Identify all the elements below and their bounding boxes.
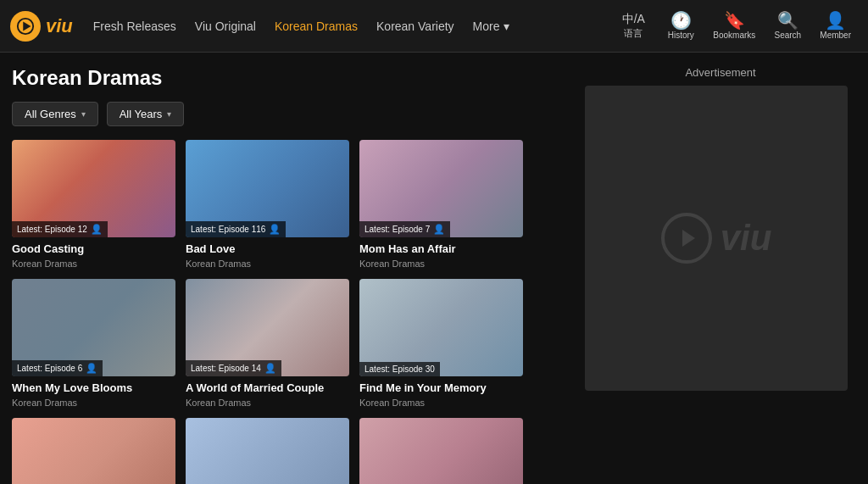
card-badge-when-my-love-blooms: Latest: Episode 6👤 xyxy=(12,360,103,376)
header: viu Fresh Releases Viu Original Korean D… xyxy=(0,0,868,53)
history-button[interactable]: 🕐 History xyxy=(659,8,703,43)
card-sub-good-casting: Korean Dramas xyxy=(12,259,175,269)
card-thumb-fix-you: Latest: Episode 4👤 xyxy=(12,418,175,484)
card-badge-world-of-married-couple: Latest: Episode 14👤 xyxy=(186,360,281,376)
ad-logo-text: viu xyxy=(721,218,772,259)
card-sub-bad-love: Korean Dramas xyxy=(186,259,349,269)
bookmarks-button[interactable]: 🔖 Bookmarks xyxy=(706,8,762,43)
member-button[interactable]: 👤 Member xyxy=(813,8,858,43)
language-icon: 中/A语言 xyxy=(622,13,645,39)
genre-chevron-icon: ▾ xyxy=(81,109,86,119)
card-fix-you[interactable]: Latest: Episode 4👤Fix YouKorean Dramas xyxy=(12,418,175,484)
ad-sidebar: Advertisement viu xyxy=(585,66,856,484)
logo-icon xyxy=(10,11,41,42)
card-badge-bad-love: Latest: Episode 116👤 xyxy=(186,221,286,237)
nav-korean-variety[interactable]: Korean Variety xyxy=(376,19,454,33)
header-icons: 中/A语言 🕐 History 🔖 Bookmarks 🔍 Search 👤 M… xyxy=(611,8,858,43)
card-sub-when-my-love-blooms: Korean Dramas xyxy=(12,398,175,408)
ad-label: Advertisement xyxy=(585,66,856,79)
logo-text: viu xyxy=(46,15,73,37)
nav-viu-original[interactable]: Viu Original xyxy=(195,19,256,33)
chevron-down-icon: ▾ xyxy=(504,19,509,33)
main-content: Korean Dramas All Genres ▾ All Years ▾ L… xyxy=(0,53,868,484)
card-title-when-my-love-blooms: When My Love Blooms xyxy=(12,381,175,396)
member-label: Member xyxy=(820,31,851,40)
bookmarks-label: Bookmarks xyxy=(713,31,755,40)
card-world-of-married-couple[interactable]: Latest: Episode 14👤A World of Married Co… xyxy=(186,279,349,408)
card-thumb-bad-love: Latest: Episode 116👤 xyxy=(186,140,349,237)
card-find-me-in-your-memory[interactable]: Latest: Episode 30Find Me in Your Memory… xyxy=(359,279,523,408)
page-title: Korean Dramas xyxy=(12,66,571,90)
card-title-world-of-married-couple: A World of Married Couple xyxy=(186,381,349,396)
nav-fresh-releases[interactable]: Fresh Releases xyxy=(93,19,176,33)
user-icon-mom-has-an-affair: 👤 xyxy=(433,224,445,235)
card-sub-mom-has-an-affair: Korean Dramas xyxy=(359,259,523,269)
card-mom-has-an-affair[interactable]: Latest: Episode 7👤Mom Has an AffairKorea… xyxy=(359,140,523,269)
card-thumb-world-of-married-couple: Latest: Episode 14👤 xyxy=(186,279,349,376)
card-memorist[interactable]: 16 Episode(s)👤MemoristKorean Dramas xyxy=(359,418,523,484)
ad-box: viu xyxy=(585,86,848,391)
card-badge-good-casting: Latest: Episode 12👤 xyxy=(12,221,108,237)
card-title-bad-love: Bad Love xyxy=(186,242,349,257)
bookmark-icon: 🔖 xyxy=(724,12,745,29)
card-title-good-casting: Good Casting xyxy=(12,242,175,257)
logo[interactable]: viu xyxy=(10,11,73,42)
card-title-mom-has-an-affair: Mom Has an Affair xyxy=(359,242,523,257)
card-good-casting[interactable]: Latest: Episode 12👤Good CastingKorean Dr… xyxy=(12,140,175,269)
nav-korean-dramas[interactable]: Korean Dramas xyxy=(275,19,358,33)
svg-marker-0 xyxy=(23,21,31,31)
card-title-find-me-in-your-memory: Find Me in Your Memory xyxy=(359,381,523,396)
card-thumb-when-my-love-blooms: Latest: Episode 6👤 xyxy=(12,279,175,376)
user-icon-good-casting: 👤 xyxy=(91,224,103,235)
card-thumb-mom-has-an-affair: Latest: Episode 7👤 xyxy=(359,140,523,237)
search-icon: 🔍 xyxy=(777,12,798,29)
language-button[interactable]: 中/A语言 xyxy=(611,9,655,42)
user-icon-when-my-love-blooms: 👤 xyxy=(86,363,97,374)
ad-viu-logo: viu xyxy=(661,213,772,264)
user-icon-world-of-married-couple: 👤 xyxy=(264,363,276,374)
search-label: Search xyxy=(774,31,801,40)
content-area: Korean Dramas All Genres ▾ All Years ▾ L… xyxy=(12,66,571,484)
card-wanna-taste[interactable]: 124 Episode(s)Wanna Taste?Korean Dramas xyxy=(186,418,349,484)
card-thumb-wanna-taste: 124 Episode(s) xyxy=(186,418,349,484)
svg-marker-2 xyxy=(682,230,695,247)
year-chevron-icon: ▾ xyxy=(167,109,171,119)
card-sub-find-me-in-your-memory: Korean Dramas xyxy=(359,398,523,408)
main-nav: Fresh Releases Viu Original Korean Drama… xyxy=(93,19,612,33)
ad-logo-circle xyxy=(661,213,712,264)
filters: All Genres ▾ All Years ▾ xyxy=(12,102,571,126)
card-badge-mom-has-an-affair: Latest: Episode 7👤 xyxy=(359,221,450,237)
search-button[interactable]: 🔍 Search xyxy=(765,8,810,43)
user-icon-bad-love: 👤 xyxy=(269,224,281,235)
nav-more[interactable]: More ▾ xyxy=(473,19,509,33)
history-icon: 🕐 xyxy=(670,12,692,29)
card-when-my-love-blooms[interactable]: Latest: Episode 6👤When My Love BloomsKor… xyxy=(12,279,175,408)
member-icon: 👤 xyxy=(825,12,846,29)
card-grid: Latest: Episode 12👤Good CastingKorean Dr… xyxy=(12,140,571,484)
card-badge-find-me-in-your-memory: Latest: Episode 30 xyxy=(359,362,440,376)
history-label: History xyxy=(668,31,694,40)
card-thumb-find-me-in-your-memory: Latest: Episode 30 xyxy=(359,279,523,376)
genre-filter[interactable]: All Genres ▾ xyxy=(12,102,98,126)
year-filter[interactable]: All Years ▾ xyxy=(107,102,185,126)
card-thumb-good-casting: Latest: Episode 12👤 xyxy=(12,140,175,237)
card-bad-love[interactable]: Latest: Episode 116👤Bad LoveKorean Drama… xyxy=(186,140,349,269)
card-thumb-memorist: 16 Episode(s)👤 xyxy=(359,418,523,484)
card-sub-world-of-married-couple: Korean Dramas xyxy=(186,398,349,408)
